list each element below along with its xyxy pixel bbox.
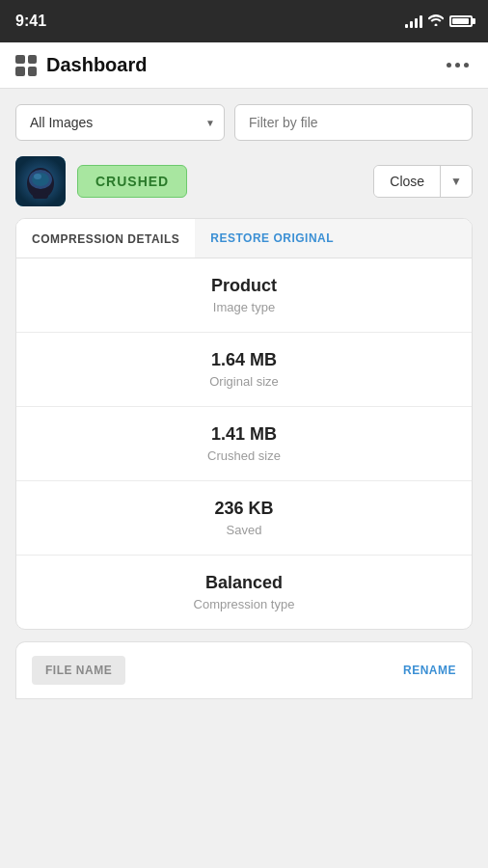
detail-label-saved: Saved <box>36 523 452 537</box>
detail-label-crushed-size: Crushed size <box>36 448 452 463</box>
detail-row-compression-type: Balanced Compression type <box>16 556 472 629</box>
crushed-badge: CRUSHED <box>77 165 187 198</box>
image-thumbnail <box>15 156 66 206</box>
status-bar: 9:41 <box>0 0 488 42</box>
close-button[interactable]: Close <box>374 166 441 197</box>
filter-by-file-input[interactable] <box>234 104 473 141</box>
header-left: Dashboard <box>15 54 147 76</box>
chevron-down-icon: ▼ <box>450 175 462 188</box>
page-title: Dashboard <box>46 54 147 76</box>
file-name-card-tabs: FILE NAME RENAME <box>16 642 472 699</box>
detail-row-image-type: Product Image type <box>16 258 472 333</box>
detail-value-product: Product <box>36 276 452 296</box>
battery-icon <box>449 15 473 27</box>
dot-icon <box>455 63 460 68</box>
compression-details-tab[interactable]: COMPRESSION DETAILS <box>16 219 195 258</box>
image-item-row: CRUSHED Close ▼ <box>15 156 473 206</box>
detail-value-saved: 236 KB <box>36 499 452 519</box>
more-options-button[interactable] <box>443 59 473 71</box>
dashboard-grid-icon <box>15 55 37 76</box>
detail-value-original-size: 1.64 MB <box>36 350 452 370</box>
rename-tab[interactable]: RENAME <box>403 656 456 685</box>
filter-row: All Images JPG PNG GIF WebP <box>15 104 473 141</box>
image-type-select-wrapper: All Images JPG PNG GIF WebP <box>15 104 225 141</box>
status-icons <box>405 14 473 29</box>
svg-point-4 <box>34 174 41 179</box>
close-dropdown-button[interactable]: ▼ <box>441 166 472 197</box>
detail-row-original-size: 1.64 MB Original size <box>16 333 472 407</box>
compression-details-card: COMPRESSION DETAILS RESTORE ORIGINAL Pro… <box>15 218 473 630</box>
image-type-select[interactable]: All Images JPG PNG GIF WebP <box>15 104 225 141</box>
card-tabs: COMPRESSION DETAILS RESTORE ORIGINAL <box>16 219 472 258</box>
file-name-tab: FILE NAME <box>32 656 125 685</box>
close-button-group: Close ▼ <box>373 165 473 198</box>
wifi-icon <box>428 14 444 29</box>
dot-icon <box>464 63 469 68</box>
file-name-card: FILE NAME RENAME <box>15 641 473 699</box>
detail-row-crushed-size: 1.41 MB Crushed size <box>16 407 472 481</box>
dot-icon <box>447 63 451 68</box>
detail-value-balanced: Balanced <box>36 573 452 593</box>
detail-label-original-size: Original size <box>36 374 452 389</box>
status-time: 9:41 <box>15 13 46 30</box>
restore-original-tab[interactable]: RESTORE ORIGINAL <box>195 219 349 258</box>
signal-icon <box>405 14 422 28</box>
svg-rect-5 <box>33 193 48 199</box>
detail-value-crushed-size: 1.41 MB <box>36 424 452 445</box>
detail-label-image-type: Image type <box>36 300 452 314</box>
thumbnail-svg <box>15 156 66 206</box>
app-header: Dashboard <box>0 42 488 89</box>
detail-label-compression-type: Compression type <box>36 597 452 611</box>
main-content: All Images JPG PNG GIF WebP <box>0 89 488 715</box>
detail-row-saved: 236 KB Saved <box>16 481 472 556</box>
